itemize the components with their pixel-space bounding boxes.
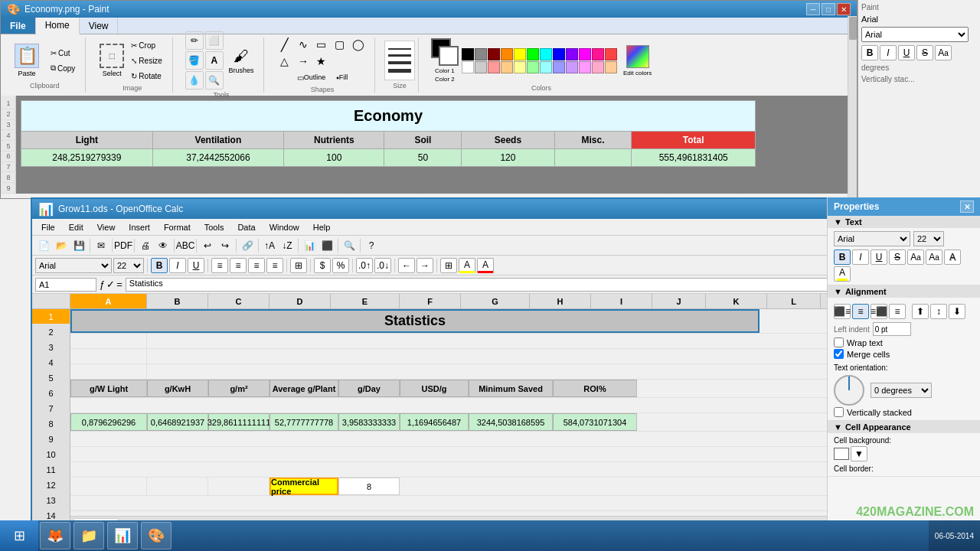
- merge-button[interactable]: ⊞: [290, 258, 307, 273]
- menu-format[interactable]: Format: [158, 221, 197, 233]
- crop-button[interactable]: ✂ Crop: [127, 38, 166, 52]
- rect-shape[interactable]: ▭: [313, 37, 330, 52]
- size-selector[interactable]: [384, 41, 415, 80]
- star-shape[interactable]: ★: [313, 54, 330, 69]
- formula-icon-fx[interactable]: ƒ: [100, 279, 105, 290]
- props-font-select[interactable]: Arial: [834, 231, 910, 246]
- indent-dec-button[interactable]: ←: [398, 258, 415, 273]
- stats-col-header-8[interactable]: ROI%: [553, 380, 637, 397]
- italic-button[interactable]: I: [880, 45, 897, 60]
- row-num-12[interactable]: 12: [32, 478, 70, 493]
- props-font-color-button[interactable]: A: [834, 266, 851, 282]
- outline-button[interactable]: ▭ Outline: [293, 70, 330, 84]
- stats-col-header-5[interactable]: g/Day: [338, 380, 400, 397]
- props-bold-button[interactable]: B: [834, 249, 851, 265]
- menu-window[interactable]: Window: [263, 221, 305, 233]
- hyperlink-button[interactable]: 🔗: [239, 238, 256, 253]
- palette-darkred[interactable]: [488, 48, 500, 60]
- spell-button[interactable]: ABC: [177, 238, 194, 253]
- row-num-10[interactable]: 10: [32, 447, 70, 462]
- palette-lightyellow[interactable]: [514, 61, 526, 73]
- props-close-button[interactable]: ✕: [960, 201, 974, 213]
- col-header-g[interactable]: G: [461, 294, 530, 308]
- stats-col-header-6[interactable]: USD/g: [400, 380, 469, 397]
- vertically-stacked-checkbox[interactable]: [834, 407, 844, 417]
- palette-lavender[interactable]: [566, 61, 578, 73]
- paint-font-select[interactable]: Arial: [861, 27, 969, 42]
- indent-input[interactable]: [873, 322, 911, 336]
- decrease-decimal-button[interactable]: .0↓: [374, 258, 391, 273]
- select-button[interactable]: ⬚ Select: [98, 41, 126, 80]
- pencil-tool[interactable]: ✏: [185, 31, 204, 50]
- sort-asc-button[interactable]: ↑A: [261, 238, 278, 253]
- undo-button[interactable]: ↩: [199, 238, 216, 253]
- underline-button[interactable]: U: [898, 45, 915, 60]
- row-num-13[interactable]: 13: [32, 493, 70, 508]
- col-header-d[interactable]: D: [270, 294, 331, 308]
- commercial-price-value-cell[interactable]: 8: [338, 478, 400, 495]
- underline-format-button[interactable]: U: [188, 258, 204, 273]
- props-align-center[interactable]: ≡: [852, 304, 869, 319]
- palette-lightgreen[interactable]: [527, 61, 539, 73]
- taskbar-paint[interactable]: 🎨: [141, 522, 172, 549]
- preview-button[interactable]: 👁: [155, 238, 172, 253]
- taskbar-calc[interactable]: 📊: [107, 522, 138, 549]
- row-num-3[interactable]: 3: [32, 340, 70, 355]
- print-button[interactable]: 🖨: [137, 238, 154, 253]
- palette-apricot[interactable]: [605, 61, 617, 73]
- palette-lightgray[interactable]: [475, 61, 487, 73]
- arrow-shape[interactable]: →: [295, 54, 312, 69]
- r2c1[interactable]: [70, 334, 147, 348]
- props-underline-button[interactable]: U: [871, 249, 887, 265]
- stats-data-2[interactable]: 0,6468921937: [147, 413, 208, 431]
- cell-reference-box[interactable]: A1: [35, 278, 96, 292]
- row-num-11[interactable]: 11: [32, 462, 70, 478]
- find-button[interactable]: 🔍: [341, 238, 358, 253]
- stats-col-header-1[interactable]: g/W Light: [70, 380, 147, 397]
- palette-peach[interactable]: [501, 61, 513, 73]
- palette-pink[interactable]: [592, 48, 604, 60]
- cell-bg-color-indicator[interactable]: [834, 448, 849, 460]
- italic-format-button[interactable]: I: [169, 258, 186, 273]
- menu-tools[interactable]: Tools: [198, 221, 230, 233]
- help-tb-button[interactable]: ?: [363, 238, 380, 253]
- commercial-price-label-cell[interactable]: Commercial price: [270, 478, 338, 495]
- resize-button[interactable]: ⤡ Resize: [127, 54, 166, 67]
- palette-black[interactable]: [462, 48, 474, 60]
- col-header-a[interactable]: A: [70, 294, 147, 308]
- indent-inc-button[interactable]: →: [416, 258, 433, 273]
- paint-tab-file[interactable]: File: [1, 18, 36, 34]
- fill-button[interactable]: ▪ Fill: [332, 70, 351, 84]
- props-italic-button[interactable]: I: [852, 249, 869, 265]
- zoom-tool[interactable]: 🔍: [205, 71, 224, 90]
- currency-button[interactable]: $: [314, 258, 331, 273]
- col-header-j[interactable]: J: [652, 294, 706, 308]
- start-button[interactable]: ⊞: [0, 520, 38, 551]
- eraser-tool[interactable]: ⬜: [205, 31, 224, 50]
- props-valign-top[interactable]: ⬆: [912, 304, 929, 319]
- palette-yellow[interactable]: [514, 48, 526, 60]
- align-left-button[interactable]: ≡: [211, 258, 228, 273]
- align-center-button[interactable]: ≡: [230, 258, 247, 273]
- table-button[interactable]: ⬛: [318, 238, 335, 253]
- props-subscript-button[interactable]: Aa: [926, 249, 942, 265]
- eyedropper-tool[interactable]: 💧: [185, 71, 204, 90]
- col-header-e[interactable]: E: [331, 294, 400, 308]
- bg-color-button[interactable]: A: [459, 258, 475, 273]
- paint-scrollbar-thumb[interactable]: [849, 17, 857, 40]
- line-shape[interactable]: ╱: [276, 37, 293, 52]
- orientation-dial[interactable]: [834, 375, 864, 406]
- row-num-6[interactable]: 6: [32, 386, 70, 401]
- r11c1[interactable]: [70, 478, 147, 495]
- props-superscript-button[interactable]: Aa: [907, 249, 924, 265]
- taskbar-firefox[interactable]: 🦊: [40, 522, 70, 549]
- col-header-k[interactable]: K: [706, 294, 767, 308]
- stats-col-header-3[interactable]: g/m²: [208, 380, 270, 397]
- superscript-button[interactable]: Aa: [935, 45, 952, 60]
- sort-desc-button[interactable]: ↓Z: [279, 238, 296, 253]
- col-header-f[interactable]: F: [400, 294, 461, 308]
- r11c2[interactable]: [147, 478, 208, 495]
- rotate-button[interactable]: ↻ Rotate: [127, 69, 166, 83]
- col-header-h[interactable]: H: [530, 294, 591, 308]
- palette-lightblue[interactable]: [553, 61, 565, 73]
